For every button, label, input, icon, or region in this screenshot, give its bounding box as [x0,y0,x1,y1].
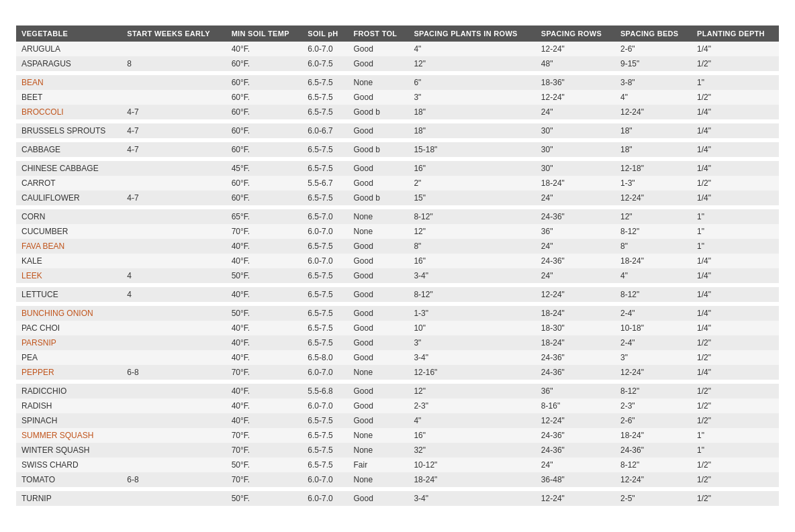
table-cell: 24" [536,191,615,205]
table-cell: 30" [536,161,615,176]
table-row: PARSNIP40°F.6.5-7.5Good3"18-24"2-4"1/2" [16,335,779,350]
column-header: START WEEKS EARLY [122,25,226,42]
column-header: SPACING BEDS [615,25,692,42]
table-cell: 1/4" [692,191,779,205]
table-row: CUCUMBER70°F.6.0-7.0None12"36"8-12"1" [16,224,779,239]
table-cell: 16" [408,161,535,176]
table-cell: 4" [408,42,535,56]
table-cell: None [348,428,409,443]
table-cell: Good [348,398,409,413]
table-cell: 2-3" [408,398,535,413]
table-row: CABBAGE4-760°F.6.5-7.5Good b15-18"30"18"… [16,142,779,157]
table-cell: 5.5-6.7 [302,176,348,191]
table-cell: 4" [615,268,692,283]
table-cell: 24-36" [536,428,615,443]
table-cell: 1/2" [692,90,779,105]
table-cell: 8-12" [408,209,535,224]
table-row: FAVA BEAN40°F.6.5-7.5Good8"24"8"1" [16,239,779,254]
table-cell: 1/2" [692,335,779,350]
table-cell: 50°F. [226,491,303,506]
table-cell: 70°F. [226,472,303,487]
table-cell: 6.5-7.5 [302,306,348,321]
table-row: BUNCHING ONION50°F.6.5-7.5Good1-3"18-24"… [16,306,779,321]
table-cell: 12" [408,384,535,398]
table-cell: 3-8" [615,75,692,90]
table-cell: 6.5-7.5 [302,287,348,302]
table-cell: 60°F. [226,123,303,138]
table-cell: 32" [408,443,535,458]
table-cell: 18-24" [615,254,692,268]
table-cell: 30" [536,123,615,138]
table-cell: Good [348,413,409,428]
table-cell: 8-12" [615,384,692,398]
table-cell: 36" [536,384,615,398]
table-cell: SUMMER SQUASH [16,428,122,443]
table-cell: Good b [348,142,409,157]
table-cell: 2-6" [615,413,692,428]
table-cell: 3-4" [408,491,535,506]
table-cell: 50°F. [226,458,303,472]
table-cell [122,350,226,365]
table-row: ARUGULA40°F.6.0-7.0Good4"12-24"2-6"1/4" [16,42,779,56]
table-cell: 9-15" [615,56,692,71]
table-cell: None [348,75,409,90]
table-cell: 1" [692,239,779,254]
table-cell: 1/4" [692,287,779,302]
table-cell: 3" [615,350,692,365]
table-cell: 24-36" [536,254,615,268]
table-cell: Good [348,42,409,56]
table-cell: 1" [692,224,779,239]
table-cell: 24" [536,105,615,119]
column-header: PLANTING DEPTH [692,25,779,42]
table-cell: 6.0-7.0 [302,398,348,413]
table-cell: 30" [536,142,615,157]
table-cell: 36-48" [536,472,615,487]
table-row: TOMATO6-870°F.6.0-7.0None18-24"36-48"12-… [16,472,779,487]
table-cell: BRUSSELS SPROUTS [16,123,122,138]
table-cell: 6.0-7.0 [302,224,348,239]
table-row: BEAN60°F.6.5-7.5None6"18-36"3-8"1" [16,75,779,90]
table-cell: CHINESE CABBAGE [16,161,122,176]
table-cell: 1/2" [692,56,779,71]
table-cell: 12-24" [536,491,615,506]
table-cell: 10-12" [408,458,535,472]
table-cell: 3" [408,90,535,105]
planting-chart-table: VEGETABLESTART WEEKS EARLYMIN SOIL TEMPS… [16,25,779,506]
table-cell: 60°F. [226,142,303,157]
table-cell: CUCUMBER [16,224,122,239]
table-cell: 70°F. [226,428,303,443]
table-cell: 1/4" [692,161,779,176]
table-cell [122,335,226,350]
table-cell: 1" [692,428,779,443]
table-cell: 18" [615,142,692,157]
column-header: FROST TOL [348,25,409,42]
table-cell: 60°F. [226,105,303,119]
table-cell: Good [348,321,409,335]
table-row: CAULIFLOWER4-760°F.6.5-7.5Good b15"24"12… [16,191,779,205]
table-row: RADICCHIO40°F.5.5-6.8Good12"36"8-12"1/2" [16,384,779,398]
table-cell: 8-12" [408,287,535,302]
table-cell: 12-24" [615,105,692,119]
table-cell: 40°F. [226,254,303,268]
table-cell: 8-16" [536,398,615,413]
table-cell: 12-24" [536,287,615,302]
table-row: KALE40°F.6.0-7.0Good16"24-36"18-24"1/4" [16,254,779,268]
table-cell: 1/4" [692,123,779,138]
table-cell: 5.5-6.8 [302,384,348,398]
table-cell: Good [348,56,409,71]
table-cell [122,161,226,176]
table-cell: 24" [536,268,615,283]
table-row: CHINESE CABBAGE45°F.6.5-7.5Good16"30"12-… [16,161,779,176]
table-cell: Good [348,268,409,283]
table-cell: 15-18" [408,142,535,157]
table-cell: SWISS CHARD [16,458,122,472]
table-row: PEPPER6-870°F.6.0-7.0None12-16"24-36"12-… [16,365,779,380]
table-row: WINTER SQUASH70°F.6.5-7.5None32"24-36"24… [16,443,779,458]
column-header: MIN SOIL TEMP [226,25,303,42]
table-cell: 40°F. [226,398,303,413]
table-cell: 24" [536,239,615,254]
table-row: BRUSSELS SPROUTS4-760°F.6.0-6.7Good18"30… [16,123,779,138]
table-cell: 6.0-7.0 [302,365,348,380]
table-cell: 8-12" [615,224,692,239]
table-cell: Good [348,350,409,365]
